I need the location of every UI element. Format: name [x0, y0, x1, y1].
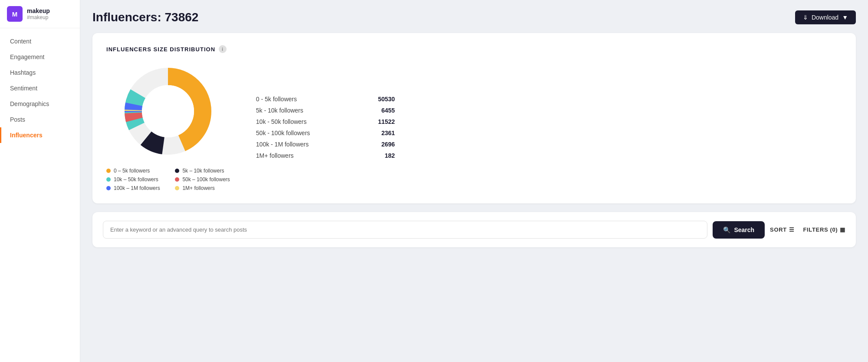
download-button[interactable]: ⇓ Download ▼ [795, 10, 856, 24]
main-content: Influencers: 73862 ⇓ Download ▼ INFLUENC… [80, 0, 868, 362]
chart-card: INFLUENCERS SIZE DISTRIBUTION i [92, 33, 856, 203]
search-bar-card: 🔍 Search SORT ☰ FILTERS (0) ▦ [92, 212, 856, 247]
sidebar-nav: Content Engagement Hashtags Sentiment De… [0, 28, 80, 148]
legend-color-10-50k [106, 177, 111, 182]
legend-item-100k-1m: 100k – 1M followers [106, 185, 161, 191]
stats-value-2: 11522 [378, 118, 395, 125]
stats-row-3: 50k - 100k followers 2361 [256, 130, 395, 136]
sidebar-item-posts[interactable]: Posts [0, 112, 80, 127]
stats-label-3: 50k - 100k followers [256, 130, 310, 136]
search-button-label: Search [734, 226, 754, 233]
sidebar: M makeup #makeup Content Engagement Hash… [0, 0, 80, 362]
info-icon[interactable]: i [219, 45, 227, 53]
sort-button[interactable]: SORT ☰ [770, 226, 794, 233]
legend-item-5-10k: 5k – 10k followers [175, 168, 230, 174]
legend-label-5-10k: 5k – 10k followers [182, 168, 224, 174]
legend-item-0-5k: 0 – 5k followers [106, 168, 161, 174]
stats-label-0: 0 - 5k followers [256, 96, 297, 103]
stats-label-5: 1M+ followers [256, 152, 294, 159]
legend-label-50-100k: 50k – 100k followers [182, 176, 230, 183]
stats-label-1: 5k - 10k followers [256, 107, 303, 114]
legend-label-1m-plus: 1M+ followers [182, 185, 214, 191]
stats-row-4: 100k - 1M followers 2696 [256, 141, 395, 148]
sidebar-item-hashtags[interactable]: Hashtags [0, 65, 80, 80]
search-icon: 🔍 [723, 226, 730, 233]
legend-item-1m-plus: 1M+ followers [175, 185, 230, 191]
sidebar-header: M makeup #makeup [0, 0, 80, 28]
stats-label-4: 100k - 1M followers [256, 141, 309, 148]
stats-row-5: 1M+ followers 182 [256, 152, 395, 159]
sidebar-brand-name: makeup [27, 7, 50, 14]
stats-value-0: 50530 [378, 96, 395, 103]
filter-icon: ▦ [840, 226, 845, 233]
sidebar-brand-hashtag: #makeup [27, 14, 50, 20]
sidebar-item-engagement[interactable]: Engagement [0, 49, 80, 65]
legend-color-1m-plus [175, 186, 179, 190]
legend-color-100k-1m [106, 186, 111, 190]
stats-value-1: 6455 [381, 107, 395, 114]
sort-label: SORT [770, 226, 787, 233]
sidebar-item-demographics[interactable]: Demographics [0, 96, 80, 112]
download-label: Download [812, 14, 838, 21]
legend-label-0-5k: 0 – 5k followers [114, 168, 150, 174]
download-icon: ⇓ [803, 14, 808, 21]
sort-icon: ☰ [789, 226, 795, 233]
legend-label-10-50k: 10k – 50k followers [114, 176, 158, 183]
sidebar-item-influencers[interactable]: Influencers [0, 127, 80, 143]
download-chevron-icon: ▼ [842, 14, 848, 21]
page-title: Influencers: 73862 [92, 10, 198, 24]
chart-title: INFLUENCERS SIZE DISTRIBUTION i [106, 45, 842, 53]
chart-legend: 0 – 5k followers 5k – 10k followers 10k … [106, 168, 230, 191]
stats-value-3: 2361 [381, 130, 395, 136]
filter-area: SORT ☰ FILTERS (0) ▦ [770, 226, 845, 233]
stats-table: 0 - 5k followers 50530 5k - 10k follower… [256, 96, 395, 159]
legend-color-5-10k [175, 169, 179, 173]
svg-point-7 [142, 85, 194, 137]
sidebar-item-content[interactable]: Content [0, 33, 80, 49]
legend-color-0-5k [106, 169, 111, 173]
legend-color-50-100k [175, 177, 179, 182]
chart-area: 0 – 5k followers 5k – 10k followers 10k … [106, 63, 842, 191]
filters-button[interactable]: FILTERS (0) ▦ [803, 226, 845, 233]
legend-item-10-50k: 10k – 50k followers [106, 176, 161, 183]
sidebar-item-sentiment[interactable]: Sentiment [0, 80, 80, 96]
legend-item-50-100k: 50k – 100k followers [175, 176, 230, 183]
legend-label-100k-1m: 100k – 1M followers [114, 185, 160, 191]
stats-label-2: 10k - 50k followers [256, 118, 307, 125]
donut-wrapper: 0 – 5k followers 5k – 10k followers 10k … [106, 63, 230, 191]
donut-chart [120, 63, 216, 159]
stats-row-1: 5k - 10k followers 6455 [256, 107, 395, 114]
topbar: Influencers: 73862 ⇓ Download ▼ [92, 10, 856, 24]
stats-row-0: 0 - 5k followers 50530 [256, 96, 395, 103]
filters-label: FILTERS (0) [803, 226, 838, 233]
avatar: M [7, 6, 23, 22]
stats-value-4: 2696 [381, 141, 395, 148]
search-button[interactable]: 🔍 Search [713, 221, 765, 239]
sidebar-brand: makeup #makeup [27, 7, 50, 20]
stats-value-5: 182 [385, 152, 395, 159]
stats-row-2: 10k - 50k followers 11522 [256, 118, 395, 125]
search-input[interactable] [103, 221, 707, 239]
